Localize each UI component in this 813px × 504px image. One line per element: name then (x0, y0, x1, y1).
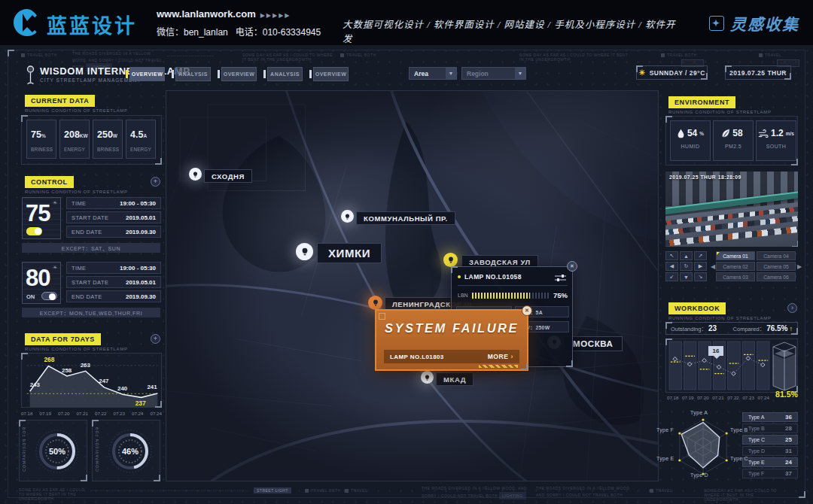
gauge-ring-icon: 46% (106, 427, 154, 475)
website-link[interactable]: www.lanlanwork.com (157, 8, 256, 20)
radar-axis-type-a: Type A (690, 410, 708, 415)
camera-06-button[interactable]: Camera 06 (757, 272, 796, 281)
start-date-row: START DATE2019.05.01 (66, 211, 161, 223)
schedule-2-toggle[interactable] (41, 292, 57, 300)
dim-level-box-1: 75 ☀ ON (22, 197, 61, 239)
svg-text:263: 263 (81, 362, 91, 369)
camera-feed[interactable]: 2019.07.25 THUR 18:28:09 (665, 172, 798, 247)
weather-widget: ☀SUNNDAY / 29°C (636, 65, 708, 80)
status-dot (458, 275, 461, 278)
camera-list-next-icon[interactable]: ▶ (797, 263, 802, 270)
checkbox-icon (340, 53, 344, 57)
refresh-icon[interactable]: ↻ (680, 262, 693, 271)
camera-02-button[interactable]: Camera 02 (716, 262, 755, 271)
end-date-row: END DATE2019.09.30 (66, 290, 161, 302)
failure-close-icon[interactable]: ✕ (522, 305, 532, 316)
lamp-pin-zavodskaya[interactable] (443, 253, 458, 267)
camera-03-button[interactable]: Camera 03 (716, 272, 755, 281)
time-row: TIME19:00 - 05:30 (66, 262, 161, 274)
region-select[interactable]: Region▼ (461, 67, 526, 80)
radar-axis-type-f: Type F (656, 427, 674, 433)
pan-up-left-button[interactable]: ↖ (665, 251, 678, 260)
except-row-1: EXCEPT：SAT、SUN (22, 243, 160, 253)
camera-list-prev-icon[interactable]: ◀ (711, 263, 715, 270)
control-add-button[interactable]: + (151, 177, 160, 187)
lamp-pin-skhodnya[interactable] (189, 168, 202, 181)
type-row-a[interactable]: Type A36 (742, 412, 798, 422)
type-row-b[interactable]: Type B28 (742, 424, 798, 433)
tab-bar: OVERVIEW ANALYSIS OVERVIEW ANALYSIS OVER… (129, 67, 349, 81)
lamp-pin-khimki[interactable] (296, 243, 313, 260)
failure-more-button[interactable]: MORE › (488, 353, 513, 360)
services-list: 大数据可视化设计 / 软件界面设计 / 网站建设 / 手机及小程序设计 / 软件… (343, 17, 681, 45)
inspiration-collection[interactable]: ✦灵感收集 (709, 12, 799, 35)
environment-badge: ENVIRONMENT (668, 96, 735, 108)
type-row-d[interactable]: Type D31 (742, 446, 798, 456)
camera-pan-controls: ↖▲↗ ◀↻▶ ↙▼↘ (665, 251, 707, 281)
dashboard: TRAVEL BOTH THE ROADS DIVERGED IN A YELL… (0, 45, 813, 504)
pan-left-button[interactable]: ◀ (665, 262, 678, 271)
workbook-more-button[interactable]: › (787, 303, 797, 313)
wind-icon (758, 129, 769, 138)
sliders-icon[interactable] (555, 274, 566, 282)
city-map[interactable]: СХОДНЯ КОММУНАЛЬНЫЙ ПР. ХИМКИ ЗАВОДСКАЯ … (166, 90, 659, 481)
decor-poem-text-3: SOME DAY AS FAR AS I COULD TO WHERE IT B… (519, 53, 632, 62)
end-date-row: END DATE2019.09.30 (66, 226, 161, 238)
camera-04-button[interactable]: Camera 04 (757, 251, 796, 260)
lbn-label: LBN (458, 293, 468, 298)
type-row-c[interactable]: Type C25 (742, 435, 798, 445)
lamp-pin-leningradskoe[interactable] (368, 296, 382, 310)
pan-up-button[interactable]: ▲ (680, 251, 693, 260)
chevron-down-icon: ▼ (446, 68, 456, 79)
pan-up-right-button[interactable]: ↗ (694, 251, 707, 260)
comparison-gauge-1: COMPARISON FOR 50% (19, 420, 87, 481)
camera-01-button[interactable]: Camera 01 (716, 251, 755, 260)
capacity-percent: 81.5% (769, 390, 804, 399)
decor-poem-footer: THE ROADS DIVERGED IN A YELLOW WOOD, AND… (422, 485, 527, 499)
tab-analysis-1[interactable]: ANALYSIS (175, 67, 211, 81)
decor-checkbox-item: TRAVEL BOTH (661, 53, 697, 57)
contact-info: www.lanlanwork.com▶▶▶▶▶ 微信：ben_lanlan 电话… (157, 7, 321, 38)
type-row-f[interactable]: Type F37 (742, 469, 798, 478)
week-chart-add-button[interactable]: + (151, 334, 160, 344)
camera-05-button[interactable]: Camera 05 (757, 262, 796, 271)
lamp-pin-mkad[interactable] (421, 371, 434, 384)
svg-text:240: 240 (117, 385, 128, 392)
map-label-kommunalny[interactable]: КОММУНАЛЬНЫЙ ПР. (356, 211, 455, 225)
tab-overview-3[interactable]: OVERVIEW (313, 67, 349, 81)
popup-close-icon[interactable]: ✕ (567, 261, 577, 272)
type-row-e[interactable]: Type E24 (742, 457, 798, 467)
radar-axis-type-e: Type E (656, 456, 674, 461)
checkbox-icon (650, 489, 653, 493)
lamp-pin-kommunalny[interactable] (341, 210, 354, 223)
map-label-mkad[interactable]: МКАД (436, 372, 473, 386)
tab-overview-1[interactable]: OVERVIEW (129, 67, 165, 81)
pan-down-left-button[interactable]: ↙ (665, 272, 678, 281)
decor-slider-line (167, 56, 214, 56)
current-data-subtitle: RUNNING CONDITION OF STREETLAMP (25, 108, 128, 113)
tab-analysis-2[interactable]: ANALYSIS (267, 67, 303, 81)
area-select[interactable]: Area▼ (409, 67, 457, 80)
page-subtitle: CITY STREETLAMP MANAGEMENT (40, 77, 141, 83)
bulb-icon: ☀ (53, 200, 57, 206)
decor-street-light-badge: STREET LIGHT (254, 487, 291, 493)
bulb-icon (344, 213, 351, 220)
week-chart-x-axis: 07.1807.1907.2007.2107.2207.2307.2407.24 (21, 411, 162, 416)
pan-down-button[interactable]: ▼ (680, 272, 693, 281)
schedule-1-toggle[interactable] (26, 227, 42, 235)
tab-overview-2[interactable]: OVERVIEW (221, 67, 257, 81)
env-card-pm25: 58 PM2.5 (713, 120, 754, 161)
checkbox-icon (661, 53, 665, 57)
gauge-ring-icon: 50% (33, 427, 81, 475)
time-row: TIME19:00 - 05:30 (66, 197, 161, 209)
map-label-khimki[interactable]: ХИМКИ (317, 243, 382, 263)
pan-right-button[interactable]: ▶ (694, 262, 707, 271)
pan-down-right-button[interactable]: ↘ (694, 272, 707, 281)
map-label-skhodnya[interactable]: СХОДНЯ (204, 169, 252, 183)
hazard-stripes-decor (479, 365, 518, 368)
workbook-x-axis: 07.1807.1907.2007.2107.2207.2307.24 (667, 395, 769, 400)
workbook-badge: WORKBOOK (668, 302, 726, 314)
workbook-subtitle: RUNNING CONDITION OF STREETLAMP (668, 316, 772, 320)
brightness-bar[interactable] (472, 293, 550, 299)
svg-text:247: 247 (99, 378, 109, 384)
